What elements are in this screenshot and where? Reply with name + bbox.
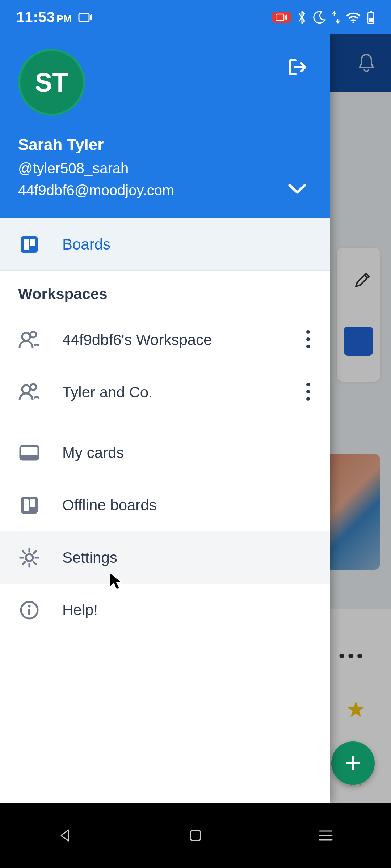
logout-icon[interactable] [286, 56, 308, 80]
people-icon [18, 329, 41, 350]
gear-icon [18, 547, 41, 568]
drawer-header[interactable]: ST Sarah Tyler @tyler508_sarah 44f9dbf6@… [0, 34, 330, 218]
account-name: Sarah Tyler [18, 136, 312, 154]
svg-line-29 [23, 551, 25, 553]
svg-point-10 [30, 332, 36, 337]
svg-point-17 [306, 390, 310, 393]
workspace-item[interactable]: 44f9dbf6's Workspace [0, 314, 330, 366]
battery-icon [367, 10, 375, 24]
people-icon [18, 382, 41, 403]
svg-point-15 [30, 384, 36, 390]
nav-label: Help! [62, 601, 98, 619]
svg-rect-0 [79, 13, 89, 21]
nav-label: Boards [62, 236, 110, 253]
boards-icon [18, 234, 41, 255]
svg-rect-23 [30, 499, 35, 507]
card-icon [18, 444, 41, 461]
nav-recents-button[interactable] [313, 823, 339, 848]
nav-label: Offline boards [62, 497, 157, 514]
svg-point-24 [26, 554, 33, 561]
nav-home-button[interactable] [183, 823, 208, 848]
status-bar: 11:53PM [0, 0, 391, 34]
svg-point-13 [306, 345, 310, 348]
svg-rect-36 [190, 830, 201, 841]
wifi-icon [346, 12, 361, 23]
svg-rect-1 [276, 14, 284, 21]
svg-rect-21 [21, 497, 38, 514]
fab-add-button[interactable] [331, 741, 375, 785]
svg-point-11 [306, 330, 310, 334]
workspace-name: 44f9dbf6's Workspace [62, 331, 212, 349]
svg-rect-5 [369, 18, 373, 22]
svg-line-32 [23, 562, 25, 564]
nav-label: Settings [62, 549, 117, 566]
nav-item-offline-boards[interactable]: Offline boards [0, 479, 330, 531]
svg-rect-20 [20, 455, 38, 460]
bluetooth-icon [297, 10, 307, 25]
nav-item-boards[interactable]: Boards [0, 218, 330, 271]
more-vert-icon[interactable] [306, 382, 310, 403]
avatar[interactable]: ST [18, 49, 85, 116]
svg-point-12 [306, 337, 310, 341]
system-nav-bar [0, 803, 391, 868]
nav-item-settings[interactable]: Settings [0, 531, 330, 584]
svg-rect-35 [28, 609, 30, 615]
svg-line-31 [34, 551, 36, 553]
nav-label: My cards [62, 444, 124, 461]
screen-record-icon [272, 12, 291, 23]
svg-rect-22 [24, 499, 29, 511]
svg-rect-6 [21, 236, 38, 253]
moon-icon [312, 10, 326, 24]
svg-point-2 [353, 21, 354, 23]
data-arrows-icon [332, 11, 340, 24]
workspace-item[interactable]: Tyler and Co. [0, 366, 330, 418]
svg-point-9 [22, 333, 30, 341]
status-time: 11:53PM [16, 9, 72, 25]
svg-point-14 [22, 385, 30, 393]
svg-point-34 [28, 605, 31, 607]
workspaces-heading: Workspaces [0, 271, 330, 314]
svg-rect-4 [370, 11, 372, 12]
svg-point-16 [306, 383, 310, 386]
nav-drawer: ST Sarah Tyler @tyler508_sarah 44f9dbf6@… [0, 34, 330, 803]
rectangle-icon [78, 12, 93, 23]
nav-item-my-cards[interactable]: My cards [0, 426, 330, 479]
avatar-initials: ST [35, 68, 68, 97]
svg-rect-7 [24, 239, 29, 250]
info-icon [18, 600, 41, 620]
svg-point-18 [306, 397, 310, 401]
chevron-down-icon[interactable] [286, 182, 308, 197]
boards-gray-icon [18, 495, 41, 516]
nav-back-button[interactable] [52, 823, 78, 848]
account-email: 44f9dbf6@moodjoy.com [18, 182, 312, 199]
workspace-name: Tyler and Co. [62, 384, 153, 401]
more-vert-icon[interactable] [306, 330, 310, 350]
svg-line-30 [34, 562, 36, 564]
account-handle: @tyler508_sarah [18, 160, 312, 176]
svg-rect-8 [30, 239, 35, 246]
nav-item-help[interactable]: Help! [0, 584, 330, 636]
